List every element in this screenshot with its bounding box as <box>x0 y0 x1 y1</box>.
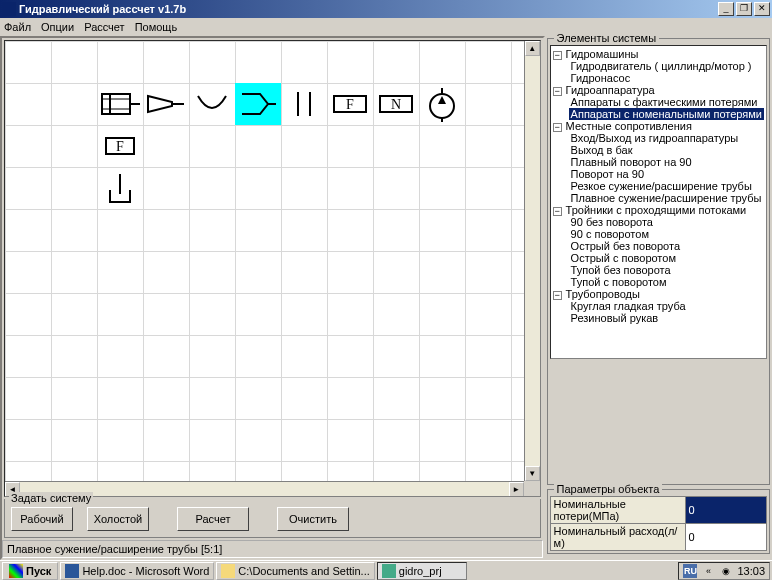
tree-label[interactable]: Аппараты с номенальными потерями <box>569 108 764 120</box>
symbol-cylinder[interactable] <box>97 83 143 125</box>
symbol-selected-apparatus[interactable] <box>235 83 281 125</box>
tree-label[interactable]: Острый без поворота <box>569 240 682 252</box>
elements-group: Элементы системы −ГидромашиныГидродвигат… <box>547 38 770 485</box>
tree-leaf[interactable]: 90 с поворотом <box>569 228 764 240</box>
svg-rect-0 <box>102 94 130 114</box>
tree-label[interactable]: 90 с поворотом <box>569 228 651 240</box>
symbol-f-label[interactable]: F <box>97 125 143 167</box>
tree-label[interactable]: Гидромашины <box>564 48 641 60</box>
tray-icon[interactable]: « <box>701 564 715 578</box>
scroll-down-button[interactable]: ▼ <box>525 466 540 481</box>
menu-file[interactable]: Файл <box>4 21 31 33</box>
param-value[interactable]: 0 <box>685 497 766 524</box>
menu-calc[interactable]: Рассчет <box>84 21 125 33</box>
tree-label[interactable]: Тупой без поворота <box>569 264 673 276</box>
start-button[interactable]: Пуск <box>2 562 58 580</box>
symbol-parallel[interactable] <box>281 83 327 125</box>
tree-label[interactable]: Гидроаппаратура <box>564 84 657 96</box>
symbol-f-box[interactable]: F <box>327 83 373 125</box>
tree-leaf[interactable]: Плавное сужение/расширение трубы <box>569 192 764 204</box>
tree-leaf[interactable]: Аппараты с номенальными потерями <box>569 108 764 120</box>
tree-label[interactable]: Поворот на 90 <box>569 168 646 180</box>
taskbar-item-label: Help.doc - Microsoft Word <box>82 565 209 577</box>
vertical-scrollbar[interactable]: ▲ ▼ <box>524 41 540 481</box>
tree-label[interactable]: Тупой с поворотом <box>569 276 669 288</box>
tree-label[interactable]: Гидронасос <box>569 72 633 84</box>
expand-icon[interactable]: − <box>553 51 562 60</box>
tree-node[interactable]: −Местные сопротивления <box>553 120 764 132</box>
tree-leaf[interactable]: Круглая гладкая труба <box>569 300 764 312</box>
work-button[interactable]: Рабочий <box>11 507 73 531</box>
tree-leaf[interactable]: Резкое сужение/расширение трубы <box>569 180 764 192</box>
clock: 13:03 <box>737 565 765 577</box>
tree-leaf[interactable]: Тупой с поворотом <box>569 276 764 288</box>
language-indicator[interactable]: RU <box>683 564 697 578</box>
tree-node[interactable]: −Гидромашины <box>553 48 764 60</box>
calc-button[interactable]: Расчет <box>177 507 249 531</box>
tree-label[interactable]: Острый с поворотом <box>569 252 678 264</box>
taskbar-item[interactable]: C:\Documents and Settin... <box>216 562 374 580</box>
tree-leaf[interactable]: Гидродвигатель ( циллиндр/мотор ) <box>569 60 764 72</box>
expand-icon[interactable]: − <box>553 291 562 300</box>
maximize-button[interactable]: ❐ <box>736 2 752 16</box>
tree-leaf[interactable]: Вход/Выход из гидроаппаратуры <box>569 132 764 144</box>
tree-leaf[interactable]: Поворот на 90 <box>569 168 764 180</box>
tree-label[interactable]: Выход в бак <box>569 144 635 156</box>
clear-button[interactable]: Очистить <box>277 507 349 531</box>
tree-leaf[interactable]: Аппараты с фактическими потерями <box>569 96 764 108</box>
tree-leaf[interactable]: Гидронасос <box>569 72 764 84</box>
param-value[interactable]: 0 <box>685 524 766 551</box>
tree-leaf[interactable]: Острый с поворотом <box>569 252 764 264</box>
minimize-button[interactable]: _ <box>718 2 734 16</box>
taskbar-item-label: gidro_prj <box>399 565 442 577</box>
menu-options[interactable]: Опции <box>41 21 74 33</box>
tree-leaf[interactable]: 90 без поворота <box>569 216 764 228</box>
tree-label[interactable]: Трубопроводы <box>564 288 642 300</box>
taskbar-item-label: C:\Documents and Settin... <box>238 565 369 577</box>
tree-label[interactable]: Плавный поворот на 90 <box>569 156 694 168</box>
tree-label[interactable]: Аппараты с фактическими потерями <box>569 96 760 108</box>
tree-leaf[interactable]: Тупой без поворота <box>569 264 764 276</box>
symbol-pump[interactable] <box>419 83 465 125</box>
tree-leaf[interactable]: Плавный поворот на 90 <box>569 156 764 168</box>
tree-label[interactable]: Резкое сужение/расширение трубы <box>569 180 754 192</box>
tree-leaf[interactable]: Острый без поворота <box>569 240 764 252</box>
tree-node[interactable]: −Трубопроводы <box>553 288 764 300</box>
tree-label[interactable]: Гидродвигатель ( циллиндр/мотор ) <box>569 60 754 72</box>
elements-tree[interactable]: −ГидромашиныГидродвигатель ( циллиндр/мо… <box>550 45 767 359</box>
expand-icon[interactable]: − <box>553 207 562 216</box>
tree-label[interactable]: Вход/Выход из гидроаппаратуры <box>569 132 741 144</box>
folder-icon <box>221 564 235 578</box>
expand-icon[interactable]: − <box>553 123 562 132</box>
params-group: Параметры объекта Номинальные потери(МПа… <box>547 489 770 554</box>
taskbar-item[interactable]: Help.doc - Microsoft Word <box>60 562 214 580</box>
canvas[interactable]: F N F ▲ ▼ ◄ ► <box>4 40 541 497</box>
tree-leaf[interactable]: Выход в бак <box>569 144 764 156</box>
tree-label[interactable]: Плавное сужение/расширение трубы <box>569 192 764 204</box>
tree-label[interactable]: Местные сопротивления <box>564 120 694 132</box>
symbol-tank[interactable] <box>97 167 143 209</box>
close-button[interactable]: ✕ <box>754 2 770 16</box>
svg-text:F: F <box>116 139 124 154</box>
tray-icon-2[interactable]: ◉ <box>719 564 733 578</box>
menu-help[interactable]: Помощь <box>135 21 178 33</box>
idle-button[interactable]: Холостой <box>87 507 149 531</box>
elements-title: Элементы системы <box>554 32 659 44</box>
symbol-arc[interactable] <box>189 83 235 125</box>
start-label: Пуск <box>26 565 51 577</box>
symbol-nozzle[interactable] <box>143 83 189 125</box>
tree-label[interactable]: 90 без поворота <box>569 216 655 228</box>
expand-icon[interactable]: − <box>553 87 562 96</box>
symbol-n-box[interactable]: N <box>373 83 419 125</box>
tree-leaf[interactable]: Резиновый рукав <box>569 312 764 324</box>
tree-node[interactable]: −Тройники с проходящими потоками <box>553 204 764 216</box>
param-name: Номинальный расход(л/м) <box>550 524 685 551</box>
tree-label[interactable]: Резиновый рукав <box>569 312 661 324</box>
tree-label[interactable]: Тройники с проходящими потоками <box>564 204 749 216</box>
taskbar-item[interactable]: gidro_prj <box>377 562 467 580</box>
tree-label[interactable]: Круглая гладкая труба <box>569 300 688 312</box>
scroll-right-button[interactable]: ► <box>509 482 524 497</box>
tree-node[interactable]: −Гидроаппаратура <box>553 84 764 96</box>
scroll-up-button[interactable]: ▲ <box>525 41 540 56</box>
statusbar: Плавное сужение/расширение трубы [5:1] <box>2 540 543 558</box>
